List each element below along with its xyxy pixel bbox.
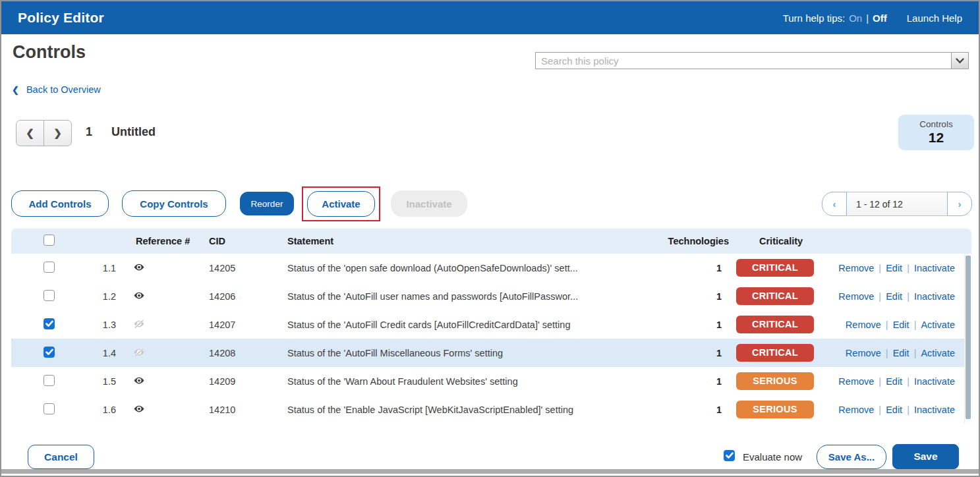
statement-text: Status of the 'Warn About Fraudulent Web…	[286, 376, 651, 387]
cid-value: 14207	[199, 320, 286, 330]
add-controls-button[interactable]: Add Controls	[11, 190, 109, 217]
policy-editor-window: Policy Editor Turn help tips: On | Off L…	[0, 0, 980, 477]
table-body: 1.114205Status of the 'open safe downloa…	[11, 254, 964, 424]
control-number: 1.5	[67, 376, 123, 387]
visibility-eye-off-icon[interactable]	[133, 347, 145, 359]
row-checkbox[interactable]	[43, 347, 55, 358]
select-all-checkbox[interactable]	[43, 235, 55, 246]
table-row: 1.314207Status of the 'AutoFill Credit c…	[11, 310, 964, 339]
remove-row-link[interactable]: Remove	[838, 405, 874, 415]
action-separator: |	[909, 320, 921, 330]
help-tips-separator: |	[866, 13, 869, 24]
table-scrollbar[interactable]	[964, 254, 971, 424]
inactivate-row-link[interactable]: Inactivate	[914, 263, 955, 273]
inactivate-row-link[interactable]: Inactivate	[914, 291, 955, 302]
action-separator: |	[881, 320, 893, 330]
controls-counter-card: Controls 12	[898, 115, 974, 150]
technologies-count: 1	[651, 348, 727, 358]
section-name: Untitled	[111, 125, 156, 139]
remove-row-link[interactable]: Remove	[838, 376, 874, 387]
cid-value: 14210	[199, 405, 286, 415]
control-number: 1.4	[67, 348, 123, 358]
search-input[interactable]	[536, 53, 951, 69]
cid-value: 14205	[199, 263, 286, 273]
topbar-right: Turn help tips: On | Off Launch Help	[783, 13, 962, 24]
chevron-right-icon: ❯	[53, 127, 62, 139]
reorder-button[interactable]: Reorder	[240, 192, 294, 215]
activate-annotation-box: Activate	[302, 186, 380, 221]
evaluate-now-checkbox[interactable]	[724, 450, 735, 461]
horizontal-scrollbar[interactable]	[1, 469, 979, 474]
row-checkbox[interactable]	[43, 262, 55, 273]
cancel-button[interactable]: Cancel	[28, 445, 94, 469]
criticality-badge: CRITICAL	[736, 259, 814, 277]
criticality-badge: CRITICAL	[736, 316, 814, 333]
visibility-eye-icon[interactable]	[133, 376, 145, 387]
remove-row-link[interactable]: Remove	[838, 291, 874, 302]
statement-text: Status of the 'AutoFill user names and p…	[286, 291, 651, 302]
inactivate-row-link[interactable]: Inactivate	[914, 376, 955, 387]
search-dropdown-button[interactable]	[951, 53, 968, 69]
help-tips-on-link[interactable]: On	[849, 13, 862, 24]
activate-button[interactable]: Activate	[307, 191, 375, 217]
save-as-button[interactable]: Save As...	[817, 445, 886, 469]
page-prev-button[interactable]: ‹	[822, 192, 847, 216]
remove-row-link[interactable]: Remove	[846, 320, 881, 330]
row-checkbox[interactable]	[43, 403, 55, 414]
app-title: Policy Editor	[18, 10, 104, 26]
back-to-overview-link[interactable]: ❮ Back to Overview	[12, 84, 101, 95]
inactivate-button[interactable]: Inactivate	[391, 190, 467, 217]
row-checkbox[interactable]	[43, 290, 55, 301]
chevron-down-icon	[956, 56, 964, 66]
criticality-badge: CRITICAL	[736, 287, 814, 305]
col-header-statement: Statement	[286, 236, 658, 246]
activate-row-link[interactable]: Activate	[921, 348, 955, 358]
visibility-eye-off-icon[interactable]	[133, 319, 145, 331]
action-separator: |	[874, 263, 886, 273]
table-row: 1.614210Status of the 'Enable JavaScript…	[11, 395, 964, 424]
table-row: 1.514209Status of the 'Warn About Fraudu…	[11, 367, 964, 395]
technologies-count: 1	[651, 291, 727, 302]
control-number: 1.1	[67, 263, 123, 273]
action-separator: |	[902, 291, 914, 302]
visibility-eye-icon[interactable]	[133, 404, 145, 416]
prev-section-button[interactable]: ❮	[16, 121, 43, 146]
page-next-button[interactable]: ›	[947, 192, 972, 216]
action-separator: |	[902, 376, 914, 387]
launch-help-link[interactable]: Launch Help	[907, 13, 962, 24]
chevron-left-icon: ‹	[833, 198, 836, 210]
remove-row-link[interactable]: Remove	[838, 263, 874, 273]
table-scrollbar-thumb[interactable]	[966, 256, 971, 419]
cid-value: 14209	[199, 376, 286, 387]
next-section-button[interactable]: ❯	[43, 121, 71, 146]
edit-row-link[interactable]: Edit	[886, 405, 902, 415]
technologies-count: 1	[651, 405, 727, 415]
inactivate-row-link[interactable]: Inactivate	[914, 405, 955, 415]
col-header-criticality: Criticality	[734, 236, 823, 246]
edit-row-link[interactable]: Edit	[886, 376, 902, 387]
rows-paginator: ‹ 1 - 12 of 12 ›	[822, 192, 972, 216]
edit-row-link[interactable]: Edit	[893, 320, 909, 330]
remove-row-link[interactable]: Remove	[846, 348, 881, 358]
visibility-eye-icon[interactable]	[133, 291, 145, 302]
edit-row-link[interactable]: Edit	[886, 291, 902, 302]
statement-text: Status of the 'open safe download (AutoO…	[286, 263, 651, 273]
help-tips-off-link[interactable]: Off	[873, 13, 887, 24]
table-row: 1.214206Status of the 'AutoFill user nam…	[11, 282, 964, 310]
table-row: 1.114205Status of the 'open safe downloa…	[11, 254, 964, 282]
page-range: 1 - 12 of 12	[847, 192, 947, 216]
action-separator: |	[902, 263, 914, 273]
edit-row-link[interactable]: Edit	[886, 263, 902, 273]
controls-counter-value: 12	[898, 130, 974, 146]
chevron-left-icon: ❮	[12, 85, 19, 95]
activate-row-link[interactable]: Activate	[921, 320, 955, 330]
visibility-eye-icon[interactable]	[133, 262, 145, 274]
controls-counter-label: Controls	[898, 119, 974, 129]
action-separator: |	[881, 348, 893, 358]
row-checkbox[interactable]	[43, 375, 55, 386]
copy-controls-button[interactable]: Copy Controls	[122, 190, 226, 217]
save-button[interactable]: Save	[892, 444, 959, 469]
help-tips-toggle: Turn help tips: On | Off	[783, 13, 887, 24]
row-checkbox[interactable]	[43, 318, 55, 329]
edit-row-link[interactable]: Edit	[893, 348, 909, 358]
